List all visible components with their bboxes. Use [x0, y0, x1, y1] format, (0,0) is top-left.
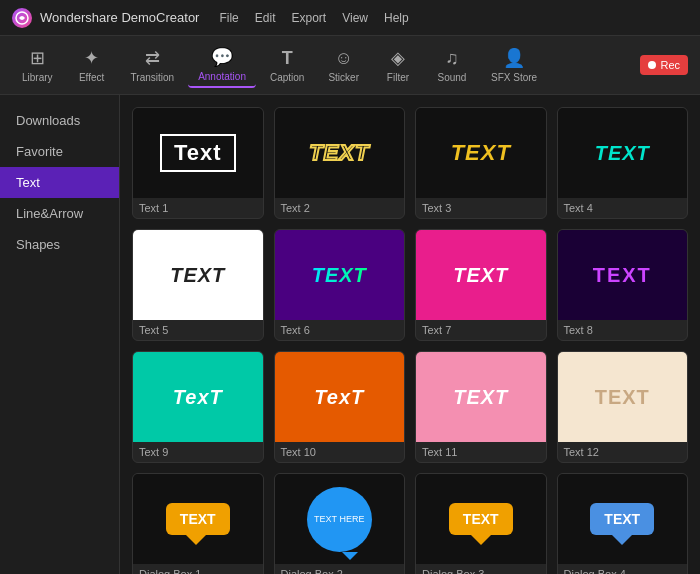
label-text3: Text 3	[416, 198, 546, 218]
text12-preview-text: TEXT	[595, 386, 650, 409]
card-text12[interactable]: TEXT Text 12	[557, 351, 689, 463]
sidebar-item-linearrow[interactable]: Line&Arrow	[0, 198, 119, 229]
card-db2[interactable]: TEXT HERE Dialog Box 2	[274, 473, 406, 574]
preview-text8: TEXT	[558, 230, 688, 320]
toolbar-annotation[interactable]: 💬 Annotation	[188, 42, 256, 88]
toolbar-library-label: Library	[22, 72, 53, 83]
toolbar-sfxstore[interactable]: 👤 SFX Store	[481, 43, 547, 87]
card-db1[interactable]: TEXT Dialog Box 1	[132, 473, 264, 574]
label-text6: Text 6	[275, 320, 405, 340]
card-text9[interactable]: TexT Text 9	[132, 351, 264, 463]
content-area: Text Text 1 TEXT Text 2 TEXT Text 3	[120, 95, 700, 574]
label-text5: Text 5	[133, 320, 263, 340]
toolbar-sound-label: Sound	[438, 72, 467, 83]
preview-text6: TEXT	[275, 230, 405, 320]
annotation-icon: 💬	[211, 46, 233, 68]
sidebar-item-downloads[interactable]: Downloads	[0, 105, 119, 136]
toolbar-transition-label: Transition	[131, 72, 175, 83]
toolbar-caption-label: Caption	[270, 72, 304, 83]
label-db1: Dialog Box 1	[133, 564, 263, 574]
card-text3[interactable]: TEXT Text 3	[415, 107, 547, 219]
toolbar-effect-label: Effect	[79, 72, 104, 83]
sfxstore-icon: 👤	[503, 47, 525, 69]
menu-export[interactable]: Export	[291, 11, 326, 25]
toolbar-sound[interactable]: ♫ Sound	[427, 44, 477, 87]
menu-file[interactable]: File	[219, 11, 238, 25]
card-text10[interactable]: TexT Text 10	[274, 351, 406, 463]
preview-text2: TEXT	[275, 108, 405, 198]
toolbar-caption[interactable]: T Caption	[260, 44, 314, 87]
db2-bubble: TEXT HERE	[307, 487, 372, 552]
caption-icon: T	[282, 48, 293, 69]
toolbar-sfxstore-label: SFX Store	[491, 72, 537, 83]
toolbar-filter[interactable]: ◈ Filter	[373, 43, 423, 87]
toolbar-sticker[interactable]: ☺ Sticker	[318, 44, 369, 87]
preview-text11: TEXT	[416, 352, 546, 442]
text1-preview-text: Text	[160, 134, 236, 172]
text4-preview-text: TEXT	[595, 142, 650, 165]
text9-preview-text: TexT	[173, 386, 223, 409]
label-text1: Text 1	[133, 198, 263, 218]
card-db3[interactable]: TEXT Dialog Box 3	[415, 473, 547, 574]
text3-preview-text: TEXT	[451, 140, 511, 166]
transition-icon: ⇄	[145, 47, 160, 69]
rec-dot	[648, 61, 656, 69]
toolbar-filter-label: Filter	[387, 72, 409, 83]
library-icon: ⊞	[30, 47, 45, 69]
label-db2: Dialog Box 2	[275, 564, 405, 574]
label-db3: Dialog Box 3	[416, 564, 546, 574]
title-bar: Wondershare DemoCreator File Edit Export…	[0, 0, 700, 36]
text11-preview-text: TEXT	[453, 386, 508, 409]
sidebar-item-shapes[interactable]: Shapes	[0, 229, 119, 260]
label-text11: Text 11	[416, 442, 546, 462]
text8-preview-text: TEXT	[593, 264, 652, 287]
preview-text12: TEXT	[558, 352, 688, 442]
card-text7[interactable]: TEXT Text 7	[415, 229, 547, 341]
label-db4: Dialog Box 4	[558, 564, 688, 574]
app-logo	[12, 8, 32, 28]
card-text1[interactable]: Text Text 1	[132, 107, 264, 219]
menu-view[interactable]: View	[342, 11, 368, 25]
preview-db4: TEXT	[558, 474, 688, 564]
effect-icon: ✦	[84, 47, 99, 69]
label-text4: Text 4	[558, 198, 688, 218]
record-button[interactable]: Rec	[640, 55, 688, 75]
toolbar-sticker-label: Sticker	[328, 72, 359, 83]
text7-preview-text: TEXT	[453, 264, 508, 287]
text2-preview-text: TEXT	[309, 140, 369, 166]
preview-text7: TEXT	[416, 230, 546, 320]
toolbar: ⊞ Library ✦ Effect ⇄ Transition 💬 Annota…	[0, 36, 700, 95]
preview-db1: TEXT	[133, 474, 263, 564]
preview-text1: Text	[133, 108, 263, 198]
label-text12: Text 12	[558, 442, 688, 462]
menu-help[interactable]: Help	[384, 11, 409, 25]
preview-text3: TEXT	[416, 108, 546, 198]
text10-preview-text: TexT	[314, 386, 364, 409]
card-text6[interactable]: TEXT Text 6	[274, 229, 406, 341]
preview-text10: TexT	[275, 352, 405, 442]
sidebar-item-text[interactable]: Text	[0, 167, 119, 198]
card-text8[interactable]: TEXT Text 8	[557, 229, 689, 341]
db1-bubble: TEXT	[166, 503, 230, 535]
card-text2[interactable]: TEXT Text 2	[274, 107, 406, 219]
menu-edit[interactable]: Edit	[255, 11, 276, 25]
sidebar-item-favorite[interactable]: Favorite	[0, 136, 119, 167]
sidebar: Downloads Favorite Text Line&Arrow Shape…	[0, 95, 120, 574]
card-text5[interactable]: TEXT Text 5	[132, 229, 264, 341]
toolbar-library[interactable]: ⊞ Library	[12, 43, 63, 87]
toolbar-transition[interactable]: ⇄ Transition	[121, 43, 185, 87]
text5-preview-text: TEXT	[170, 264, 225, 287]
preview-text9: TexT	[133, 352, 263, 442]
card-text11[interactable]: TEXT Text 11	[415, 351, 547, 463]
preview-db2: TEXT HERE	[275, 474, 405, 564]
rec-label: Rec	[660, 59, 680, 71]
toolbar-effect[interactable]: ✦ Effect	[67, 43, 117, 87]
menu-bar: File Edit Export View Help	[219, 11, 408, 25]
label-text2: Text 2	[275, 198, 405, 218]
text-grid: Text Text 1 TEXT Text 2 TEXT Text 3	[132, 107, 688, 574]
card-db4[interactable]: TEXT Dialog Box 4	[557, 473, 689, 574]
toolbar-annotation-label: Annotation	[198, 71, 246, 82]
app-name: Wondershare DemoCreator	[40, 10, 199, 25]
card-text4[interactable]: TEXT Text 4	[557, 107, 689, 219]
sound-icon: ♫	[445, 48, 459, 69]
